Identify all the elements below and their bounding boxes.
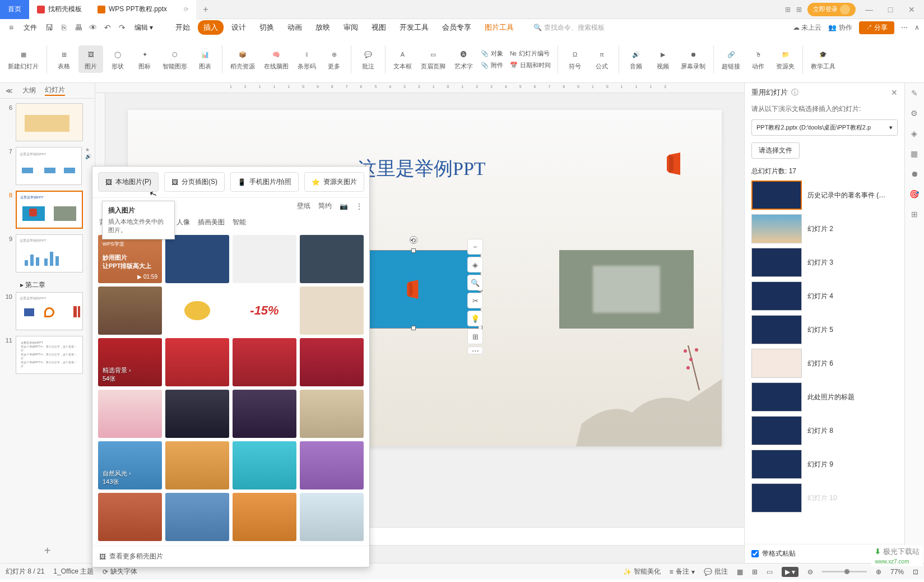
slide-thumb-9[interactable]: 这里是举例的PPT [16, 234, 83, 272]
stock-tile[interactable] [165, 235, 229, 283]
stock-tile[interactable] [233, 338, 296, 386]
barcode-button[interactable]: ⦀条形码 [294, 45, 319, 73]
stock-tile[interactable] [300, 287, 364, 335]
filter-smart[interactable]: 智能 [233, 218, 246, 227]
comments-toggle[interactable]: 💬 批注 [704, 567, 728, 576]
reuse-thumb-10[interactable] [751, 483, 802, 512]
object-button[interactable]: 📎 对象 [479, 48, 505, 59]
play-button[interactable]: ▶ ▾ [782, 567, 798, 577]
help-icon[interactable]: ⓘ [791, 87, 798, 98]
minimize-button[interactable]: — [861, 2, 877, 17]
collab-button[interactable]: 👥 协作 [828, 23, 852, 33]
ts-settings-icon[interactable]: ⚙ [909, 108, 920, 119]
audio-button[interactable]: 🔊音频 [624, 45, 648, 73]
zoom-in[interactable]: ⊕ [876, 568, 881, 576]
hyperlink-button[interactable]: 🔗超链接 [718, 45, 744, 73]
ts-more-icon[interactable]: ⊞ [909, 209, 920, 220]
stock-tile[interactable] [233, 235, 296, 283]
reuse-thumb-1[interactable] [751, 181, 802, 210]
reuse-thumb-9[interactable] [751, 450, 802, 479]
slide-thumb-11[interactable]: 这里是举例的PPT在这个举例PPT中，有几句文字，这个是第一行在这个举例PPT中… [16, 336, 83, 374]
filter-simple[interactable]: 简约 [318, 201, 332, 211]
maximize-button[interactable]: □ [883, 2, 898, 17]
zoom-out-button[interactable]: − [467, 239, 483, 255]
smartart-button[interactable]: ⬡智能图形 [159, 45, 191, 73]
stock-tile[interactable] [165, 441, 229, 489]
slide-thumb-8[interactable]: 这里是举例PPT [16, 191, 83, 229]
stock-tile[interactable] [98, 287, 162, 335]
stock-tile[interactable] [165, 338, 229, 386]
notes-toggle[interactable]: ≡ 备注 ▾ [670, 567, 695, 576]
tab-transition[interactable]: 切换 [254, 20, 280, 35]
equation-button[interactable]: π公式 [589, 45, 614, 73]
tab-current-document[interactable]: WPS PPT教程.pptx ⟳ [90, 0, 196, 19]
reuse-thumb-6[interactable] [751, 349, 802, 378]
table-button[interactable]: ⊞表格 [52, 45, 76, 73]
tab-view[interactable]: 视图 [366, 20, 392, 35]
export-icon[interactable]: ⎘ [57, 21, 71, 34]
shapes-button[interactable]: ◯形状 [105, 45, 130, 73]
camera-icon[interactable]: 📷 [340, 202, 348, 210]
layout-icon[interactable]: ⊞ [785, 6, 791, 13]
screen-record-button[interactable]: ⏺屏幕录制 [677, 45, 709, 73]
reuse-thumb-2[interactable] [751, 214, 802, 243]
slide-thumb-10[interactable]: 这里是举例的PPT [16, 292, 83, 330]
new-tab-button[interactable]: + [196, 4, 215, 15]
picture-button[interactable]: 🖼图片 [78, 45, 103, 73]
docer-resources-button[interactable]: 📦稻壳资源 [227, 45, 258, 73]
rotate-handle[interactable]: ⟲ [410, 236, 417, 244]
filter-wallpaper[interactable]: 壁纸 [297, 201, 310, 211]
tab-insert[interactable]: 插入 [198, 20, 224, 35]
zoom-value[interactable]: 77% [890, 568, 904, 576]
reuse-thumb-8[interactable] [751, 416, 802, 445]
view-sorter[interactable]: ⊞ [752, 568, 758, 576]
stock-tile[interactable] [300, 390, 364, 438]
mindmap-button[interactable]: 🧠在线脑图 [261, 45, 292, 73]
action-button[interactable]: 🖱动作 [746, 45, 770, 73]
view-reading[interactable]: ▭ [767, 568, 773, 576]
zoom-out[interactable]: ⊖ [807, 568, 813, 576]
ts-design-icon[interactable]: ✎ [909, 87, 920, 99]
category-tile-featured[interactable]: 精选背景 ›54张 [98, 338, 162, 386]
slide-number-button[interactable]: № 幻灯片编号 [508, 48, 553, 59]
menu-hamburger-icon[interactable]: ≡ [4, 21, 18, 34]
tab-picture-tools[interactable]: 图片工具 [479, 20, 519, 35]
stock-tile[interactable] [165, 390, 229, 438]
datetime-button[interactable]: 📅 日期和时间 [508, 60, 553, 71]
zoom-slider[interactable] [822, 571, 867, 572]
stock-tile[interactable] [300, 493, 364, 541]
share-button[interactable]: ↗ 分享 [859, 21, 894, 34]
redo-icon[interactable]: ↷ [115, 21, 129, 34]
ts-record-icon[interactable]: ⏺ [909, 168, 920, 179]
resize-handle-n[interactable] [411, 248, 416, 253]
stock-tile[interactable] [233, 493, 296, 541]
new-slide-button[interactable]: ▦新建幻灯片 [4, 45, 42, 73]
slides-tab[interactable]: 幻灯片 [45, 85, 65, 96]
crop-button[interactable]: ✂ [467, 293, 483, 308]
secondary-image[interactable] [559, 250, 694, 329]
stock-tile[interactable] [165, 287, 229, 335]
resource-folder-button[interactable]: 📁资源夹 [773, 45, 798, 73]
stock-tile[interactable] [300, 338, 364, 386]
category-tile-nature[interactable]: 自然风光 ›143张 [98, 441, 162, 489]
reuse-thumb-4[interactable] [751, 281, 802, 311]
resize-handle-s[interactable] [411, 326, 416, 330]
collapse-ribbon-icon[interactable]: ∧ [914, 24, 920, 31]
theme-name[interactable]: 1_Office 主题 [53, 567, 94, 576]
view-more-images[interactable]: 🖼 查看更多稻壳图片 [92, 546, 369, 567]
edit-menu[interactable]: 编辑 ▾ [130, 23, 157, 33]
panel-close-button[interactable]: ✕ [891, 88, 898, 97]
ts-resource-icon[interactable]: ▦ [909, 148, 920, 159]
slide-thumb-6[interactable] [16, 103, 83, 141]
reuse-thumb-7[interactable] [751, 382, 802, 412]
slide-thumb-7[interactable]: 这里是举例的PPT [16, 147, 82, 185]
reuse-slide-list[interactable]: 历史记录中的著名事件 (… 幻灯片 2 幻灯片 3 幻灯片 4 幻灯片 5 幻灯… [745, 181, 904, 544]
layers-button[interactable]: ◈ [467, 257, 483, 272]
attachment-button[interactable]: 📎 附件 [479, 60, 505, 71]
command-search[interactable]: 🔍 查找命令、搜索模板 [528, 21, 609, 35]
print-icon[interactable]: 🖶 [72, 21, 85, 34]
tab-member[interactable]: 会员专享 [437, 20, 477, 35]
filter-portrait[interactable]: 人像 [177, 218, 190, 227]
properties-button[interactable]: ⊞ [467, 329, 483, 344]
stock-tile[interactable] [233, 390, 296, 438]
